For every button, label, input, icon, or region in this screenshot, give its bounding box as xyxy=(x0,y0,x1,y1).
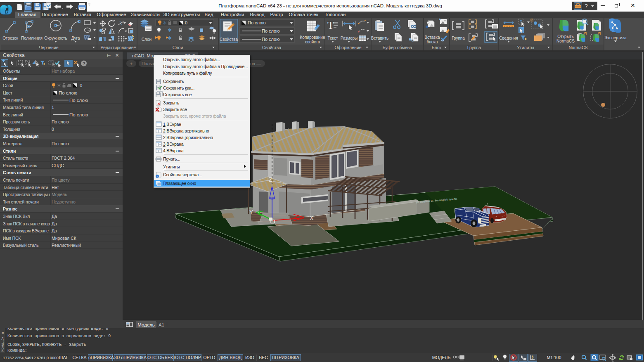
svg-text:По слою: По слою xyxy=(248,20,266,25)
svg-text:По слою: По слою xyxy=(262,28,280,33)
svg-text:?: ? xyxy=(585,3,588,9)
svg-text:0: 0 xyxy=(185,20,187,25)
svg-text:?: ? xyxy=(83,61,85,66)
svg-text:T: T xyxy=(327,19,334,31)
svg-text:Y: Y xyxy=(249,209,253,215)
svg-text:i: i xyxy=(157,175,158,178)
svg-text:По слою: По слою xyxy=(262,37,280,42)
svg-text:X: X xyxy=(310,215,314,221)
svg-text:Z: Z xyxy=(269,176,272,183)
